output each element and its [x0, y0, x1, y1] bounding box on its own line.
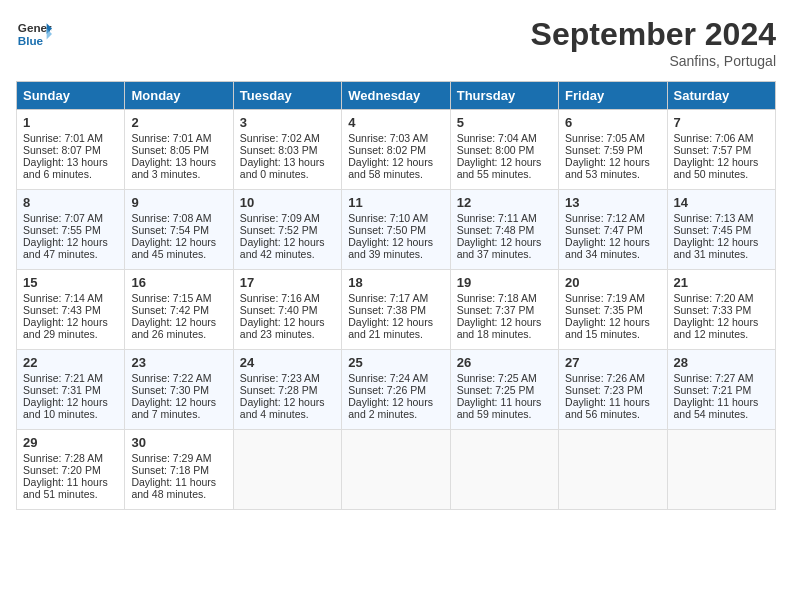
day-info: Sunset: 7:50 PM: [348, 224, 443, 236]
day-info: Sunset: 7:28 PM: [240, 384, 335, 396]
day-info: and 26 minutes.: [131, 328, 226, 340]
day-info: Sunrise: 7:05 AM: [565, 132, 660, 144]
day-info: and 48 minutes.: [131, 488, 226, 500]
calendar-cell: 15Sunrise: 7:14 AMSunset: 7:43 PMDayligh…: [17, 270, 125, 350]
day-info: Sunset: 7:48 PM: [457, 224, 552, 236]
day-info: Sunset: 7:40 PM: [240, 304, 335, 316]
day-info: Sunset: 8:00 PM: [457, 144, 552, 156]
day-number: 13: [565, 195, 660, 210]
calendar-cell: 11Sunrise: 7:10 AMSunset: 7:50 PMDayligh…: [342, 190, 450, 270]
day-info: Sunset: 8:02 PM: [348, 144, 443, 156]
day-info: and 56 minutes.: [565, 408, 660, 420]
calendar-cell: 20Sunrise: 7:19 AMSunset: 7:35 PMDayligh…: [559, 270, 667, 350]
calendar-cell: 12Sunrise: 7:11 AMSunset: 7:48 PMDayligh…: [450, 190, 558, 270]
day-info: Sunrise: 7:13 AM: [674, 212, 769, 224]
day-number: 20: [565, 275, 660, 290]
day-info: Sunset: 7:30 PM: [131, 384, 226, 396]
calendar-cell: 2Sunrise: 7:01 AMSunset: 8:05 PMDaylight…: [125, 110, 233, 190]
day-header-thursday: Thursday: [450, 82, 558, 110]
calendar-cell: 23Sunrise: 7:22 AMSunset: 7:30 PMDayligh…: [125, 350, 233, 430]
day-number: 26: [457, 355, 552, 370]
calendar-cell: 14Sunrise: 7:13 AMSunset: 7:45 PMDayligh…: [667, 190, 775, 270]
page-header: General Blue September 2024 Sanfins, Por…: [16, 16, 776, 69]
day-info: Sunset: 8:07 PM: [23, 144, 118, 156]
day-info: Daylight: 12 hours: [240, 396, 335, 408]
calendar-cell: 3Sunrise: 7:02 AMSunset: 8:03 PMDaylight…: [233, 110, 341, 190]
day-info: Daylight: 12 hours: [131, 236, 226, 248]
day-number: 15: [23, 275, 118, 290]
calendar-cell: 29Sunrise: 7:28 AMSunset: 7:20 PMDayligh…: [17, 430, 125, 510]
calendar-cell: 5Sunrise: 7:04 AMSunset: 8:00 PMDaylight…: [450, 110, 558, 190]
day-info: Daylight: 12 hours: [348, 316, 443, 328]
day-info: Daylight: 12 hours: [23, 236, 118, 248]
day-info: Sunset: 7:45 PM: [674, 224, 769, 236]
day-number: 12: [457, 195, 552, 210]
day-info: Daylight: 12 hours: [565, 156, 660, 168]
day-number: 23: [131, 355, 226, 370]
day-info: Sunrise: 7:08 AM: [131, 212, 226, 224]
day-info: Sunset: 7:25 PM: [457, 384, 552, 396]
day-info: Sunset: 7:35 PM: [565, 304, 660, 316]
day-number: 24: [240, 355, 335, 370]
day-number: 17: [240, 275, 335, 290]
day-number: 25: [348, 355, 443, 370]
day-info: Daylight: 11 hours: [674, 396, 769, 408]
day-info: and 51 minutes.: [23, 488, 118, 500]
day-info: Sunset: 7:43 PM: [23, 304, 118, 316]
day-info: Daylight: 12 hours: [23, 316, 118, 328]
day-info: Sunset: 8:03 PM: [240, 144, 335, 156]
calendar-cell: 26Sunrise: 7:25 AMSunset: 7:25 PMDayligh…: [450, 350, 558, 430]
day-info: and 4 minutes.: [240, 408, 335, 420]
calendar-cell: 7Sunrise: 7:06 AMSunset: 7:57 PMDaylight…: [667, 110, 775, 190]
day-info: Daylight: 12 hours: [348, 236, 443, 248]
day-info: Daylight: 12 hours: [565, 236, 660, 248]
calendar-cell: 8Sunrise: 7:07 AMSunset: 7:55 PMDaylight…: [17, 190, 125, 270]
day-number: 7: [674, 115, 769, 130]
day-info: Sunset: 7:18 PM: [131, 464, 226, 476]
calendar-cell: 4Sunrise: 7:03 AMSunset: 8:02 PMDaylight…: [342, 110, 450, 190]
day-info: and 47 minutes.: [23, 248, 118, 260]
day-info: Sunrise: 7:28 AM: [23, 452, 118, 464]
day-info: and 7 minutes.: [131, 408, 226, 420]
day-info: Sunset: 7:38 PM: [348, 304, 443, 316]
day-number: 16: [131, 275, 226, 290]
day-info: Daylight: 12 hours: [457, 156, 552, 168]
title-block: September 2024 Sanfins, Portugal: [531, 16, 776, 69]
day-info: and 45 minutes.: [131, 248, 226, 260]
calendar-cell: 13Sunrise: 7:12 AMSunset: 7:47 PMDayligh…: [559, 190, 667, 270]
day-info: Daylight: 12 hours: [565, 316, 660, 328]
day-number: 19: [457, 275, 552, 290]
day-number: 11: [348, 195, 443, 210]
day-info: Daylight: 12 hours: [131, 316, 226, 328]
day-info: Sunrise: 7:23 AM: [240, 372, 335, 384]
day-number: 14: [674, 195, 769, 210]
day-number: 27: [565, 355, 660, 370]
day-info: Sunset: 7:57 PM: [674, 144, 769, 156]
calendar-cell: 9Sunrise: 7:08 AMSunset: 7:54 PMDaylight…: [125, 190, 233, 270]
day-info: and 55 minutes.: [457, 168, 552, 180]
day-info: Sunrise: 7:01 AM: [131, 132, 226, 144]
day-info: Sunrise: 7:29 AM: [131, 452, 226, 464]
day-info: Daylight: 12 hours: [674, 236, 769, 248]
day-info: Sunrise: 7:18 AM: [457, 292, 552, 304]
day-info: Sunset: 7:20 PM: [23, 464, 118, 476]
day-info: Sunrise: 7:04 AM: [457, 132, 552, 144]
day-info: and 21 minutes.: [348, 328, 443, 340]
day-header-friday: Friday: [559, 82, 667, 110]
day-info: Daylight: 12 hours: [23, 396, 118, 408]
day-info: and 12 minutes.: [674, 328, 769, 340]
day-header-sunday: Sunday: [17, 82, 125, 110]
day-info: Sunrise: 7:19 AM: [565, 292, 660, 304]
day-info: Sunrise: 7:14 AM: [23, 292, 118, 304]
day-info: Sunset: 7:33 PM: [674, 304, 769, 316]
day-info: Daylight: 11 hours: [23, 476, 118, 488]
calendar-cell: 25Sunrise: 7:24 AMSunset: 7:26 PMDayligh…: [342, 350, 450, 430]
day-info: Sunrise: 7:12 AM: [565, 212, 660, 224]
day-info: and 10 minutes.: [23, 408, 118, 420]
day-info: and 53 minutes.: [565, 168, 660, 180]
day-header-wednesday: Wednesday: [342, 82, 450, 110]
day-info: and 6 minutes.: [23, 168, 118, 180]
logo-icon: General Blue: [16, 16, 52, 52]
day-number: 18: [348, 275, 443, 290]
day-info: Sunrise: 7:24 AM: [348, 372, 443, 384]
